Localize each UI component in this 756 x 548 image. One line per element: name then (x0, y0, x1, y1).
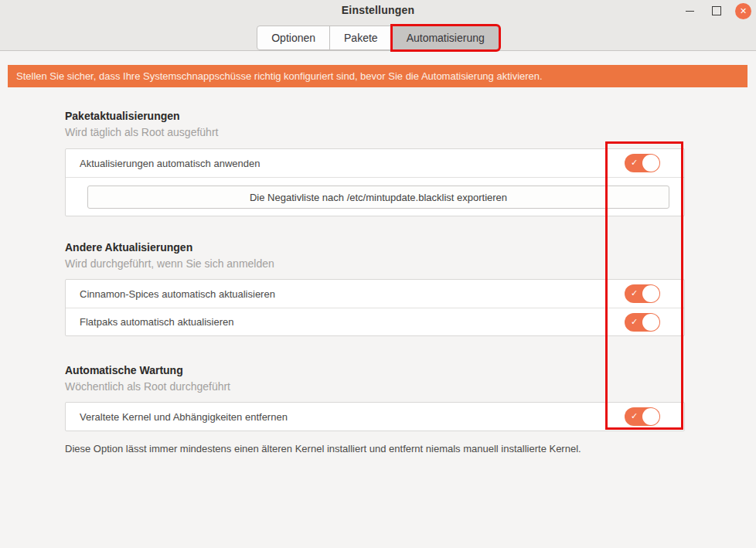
minimize-button[interactable] (681, 2, 698, 19)
settings-group-andere-aktualisierungen: Cinnamon-Spices automatisch aktualisiere… (65, 279, 685, 336)
toggle-knob (642, 314, 659, 331)
setting-label: Flatpaks automatisch aktualisieren (80, 316, 233, 328)
settings-group-paketaktualisierungen: Aktualisierungen automatisch anwenden ✓ … (65, 148, 685, 216)
warning-banner-text: Stellen Sie sicher, dass Ihre Systemschn… (16, 70, 543, 82)
check-icon: ✓ (631, 411, 638, 422)
setting-label: Veraltete Kernel und Abhängigkeiten entf… (80, 411, 288, 423)
tab-bar: Optionen Pakete Automatisierung (0, 26, 756, 50)
toggle-remove-old-kernels[interactable]: ✓ (625, 407, 660, 426)
setting-label: Cinnamon-Spices automatisch aktualisiere… (80, 288, 275, 300)
section-title-automatische-wartung: Automatische Wartung (65, 364, 685, 377)
toggle-knob (642, 408, 659, 425)
window-controls: ✕ (681, 2, 751, 19)
kernel-note: Diese Option lässt immer mindestens eine… (65, 443, 685, 455)
section-subtitle: Wöchentlich als Root durchgeführt (65, 380, 685, 393)
maximize-button[interactable] (708, 2, 725, 19)
check-icon: ✓ (631, 288, 638, 299)
toggle-auto-updates[interactable]: ✓ (625, 154, 660, 172)
close-button[interactable]: ✕ (735, 3, 751, 19)
table-row: Die Negativliste nach /etc/mintupdate.bl… (66, 177, 684, 216)
warning-banner: Stellen Sie sicher, dass Ihre Systemschn… (8, 65, 747, 87)
table-row: Aktualisierungen automatisch anwenden ✓ (66, 149, 684, 177)
toggle-cinnamon-spices[interactable]: ✓ (625, 284, 660, 303)
toggle-flatpaks[interactable]: ✓ (625, 313, 660, 332)
minimize-icon (686, 11, 694, 12)
tab-pakete[interactable]: Pakete (329, 26, 393, 50)
maximize-icon (712, 6, 721, 15)
toggle-knob (642, 155, 659, 172)
check-icon: ✓ (631, 317, 638, 328)
setting-label: Aktualisierungen automatisch anwenden (80, 158, 260, 169)
titlebar: Einstellungen ✕ Optionen Pakete Automati… (0, 0, 756, 51)
check-icon: ✓ (631, 158, 638, 168)
toggle-knob (642, 285, 659, 302)
table-row: Flatpaks automatisch aktualisieren ✓ (66, 308, 684, 335)
table-row: Veraltete Kernel und Abhängigkeiten entf… (66, 403, 684, 431)
settings-group-automatische-wartung: Veraltete Kernel und Abhängigkeiten entf… (65, 402, 685, 431)
tab-automatisierung[interactable]: Automatisierung (392, 26, 499, 50)
section-title-paketaktualisierungen: Paketaktualisierungen (65, 110, 685, 123)
section-title-andere-aktualisierungen: Andere Aktualisierungen (65, 241, 685, 254)
section-subtitle: Wird täglich als Root ausgeführt (65, 126, 685, 138)
table-row: Cinnamon-Spices automatisch aktualisiere… (66, 280, 684, 308)
section-subtitle: Wird durchgeführt, wenn Sie sich anmelde… (65, 257, 685, 270)
export-blacklist-button[interactable]: Die Negativliste nach /etc/mintupdate.bl… (87, 186, 669, 209)
window-title: Einstellungen (0, 4, 756, 16)
settings-content: Paketaktualisierungen Wird täglich als R… (65, 87, 685, 455)
tab-optionen[interactable]: Optionen (257, 26, 330, 50)
close-icon: ✕ (740, 7, 747, 15)
